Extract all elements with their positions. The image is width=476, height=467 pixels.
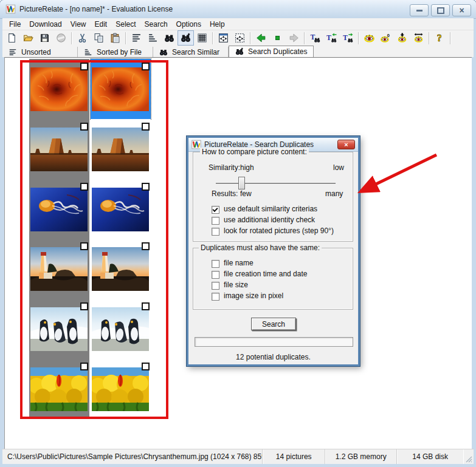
tab-unsorted[interactable]: Unsorted (2, 47, 78, 57)
thumb-lighthouse-left[interactable] (29, 239, 89, 299)
dialog-close-button[interactable]: × (337, 140, 355, 149)
thumb-checkbox[interactable] (142, 63, 150, 70)
thumb-checkbox[interactable] (80, 242, 88, 250)
help-question-icon (435, 33, 445, 43)
search-similar-button[interactable] (161, 30, 178, 46)
thumb-tulips-left[interactable] (29, 359, 89, 419)
fit-window-icon (218, 33, 229, 43)
results-few-label: few (240, 189, 252, 198)
copy-icon (94, 33, 104, 43)
menu-download[interactable]: Download (25, 19, 66, 30)
show-fit-width-button[interactable] (410, 30, 427, 46)
file-name-checkbox[interactable] (212, 260, 219, 268)
menu-select[interactable]: Select (111, 19, 140, 30)
thumb-desert-right[interactable] (91, 119, 151, 179)
thumb-checkbox[interactable] (80, 63, 88, 70)
help-button[interactable] (432, 30, 448, 46)
thumb-checkbox[interactable] (142, 183, 150, 191)
minimize-button[interactable] (410, 4, 429, 16)
menu-search[interactable]: Search (140, 19, 172, 30)
text-search-icon (310, 33, 320, 43)
menu-view[interactable]: View (66, 19, 91, 30)
menu-help[interactable]: Help (205, 19, 229, 30)
thumbnail-grid-button[interactable] (194, 30, 210, 46)
rotated-pictures-checkbox[interactable] (212, 228, 219, 236)
thumb-penguins-left[interactable] (29, 299, 89, 359)
thumb-lighthouse-right[interactable] (91, 239, 151, 299)
show-reduced-button[interactable] (394, 30, 410, 46)
save-button[interactable] (36, 30, 53, 46)
identity-check-checkbox[interactable] (212, 217, 219, 225)
new-file-icon (7, 33, 17, 43)
search-duplicates-button[interactable] (178, 30, 194, 46)
jellyfish-image (30, 188, 88, 231)
status-picture-count: 14 pictures (263, 449, 325, 464)
search-button[interactable]: Search (251, 318, 296, 330)
fit-original-button[interactable] (232, 30, 248, 46)
tab-search-duplicates[interactable]: Search Duplicates (229, 46, 314, 57)
thumb-penguins-right[interactable] (91, 299, 151, 359)
paste-button[interactable] (107, 30, 123, 46)
tab-sorted-by-file[interactable]: Sorted by File (78, 47, 153, 57)
thumb-checkbox[interactable] (142, 242, 150, 250)
thumb-chrysanthemum-right-selected[interactable] (91, 59, 151, 119)
show-picture-button[interactable] (361, 30, 378, 46)
tab-label: Sorted by File (97, 48, 142, 56)
same-group-label: Duplicates must also have the same: (199, 244, 322, 252)
thumb-checkbox[interactable] (142, 363, 150, 370)
save-icon (40, 33, 50, 43)
text-search-button[interactable] (307, 30, 323, 46)
tulips-image (30, 367, 88, 411)
similarity-slider-thumb[interactable] (238, 177, 245, 189)
cut-button[interactable] (74, 30, 91, 46)
copy-button[interactable] (91, 30, 107, 46)
image-size-checkbox[interactable] (212, 293, 219, 301)
text-search-back-button[interactable] (323, 30, 340, 46)
binoculars-plus-icon (181, 33, 191, 43)
text-search-forward-button[interactable] (340, 30, 356, 46)
identity-check-label: use additional identity check (224, 216, 315, 224)
open-button[interactable] (20, 30, 36, 46)
menu-options[interactable]: Options (172, 19, 205, 30)
thumb-checkbox[interactable] (80, 363, 88, 370)
thumb-jellyfish-right[interactable] (91, 179, 151, 239)
thumb-chrysanthemum-left[interactable] (29, 59, 89, 119)
tab-search-similar[interactable]: Search Similar (153, 47, 229, 57)
unsorted-view-button[interactable] (128, 30, 145, 46)
thumb-checkbox[interactable] (80, 302, 88, 310)
thumb-checkbox[interactable] (142, 302, 150, 310)
thumb-checkbox[interactable] (80, 183, 88, 191)
go-back-button[interactable] (253, 30, 269, 46)
thumb-desert-left[interactable] (29, 119, 89, 179)
image-size-label: image size in pixel (224, 291, 283, 300)
restore-button[interactable] (431, 4, 450, 16)
thumb-jellyfish-left[interactable] (29, 179, 89, 239)
file-creation-checkbox[interactable] (212, 271, 219, 279)
thumb-tulips-right[interactable] (91, 359, 151, 419)
menu-file[interactable]: File (5, 19, 25, 30)
results-label: Results: (212, 189, 238, 198)
title-bar: PictureRelate - [no name]* - Evaluation … (0, 0, 476, 19)
list-lines-icon (131, 33, 142, 43)
stop-navigation-button[interactable] (269, 30, 286, 46)
menu-edit[interactable]: Edit (91, 19, 112, 30)
show-original-size-button[interactable] (378, 30, 394, 46)
sorted-view-button[interactable] (145, 30, 161, 46)
default-similarity-checkbox[interactable] (212, 206, 219, 214)
new-button[interactable] (4, 30, 20, 46)
toolbar-separator (71, 32, 72, 44)
fit-to-window-button[interactable] (215, 30, 232, 46)
tulips-image (92, 367, 149, 411)
close-button[interactable]: × (452, 4, 471, 16)
resize-grip[interactable] (463, 449, 474, 464)
status-disk: 14 GB disk (397, 449, 463, 464)
file-size-checkbox[interactable] (212, 282, 219, 290)
thumb-checkbox[interactable] (142, 123, 150, 131)
status-file-path: C:\Users\Public\Pictures\Sample Pictures… (2, 449, 263, 464)
toolbar-separator (250, 32, 251, 44)
thumb-checkbox[interactable] (80, 123, 88, 131)
tab-label: Unsorted (21, 48, 51, 56)
progress-bar (195, 337, 353, 347)
eye-swap-arrow-icon (413, 33, 424, 43)
binoculars-plus-icon (235, 47, 244, 56)
